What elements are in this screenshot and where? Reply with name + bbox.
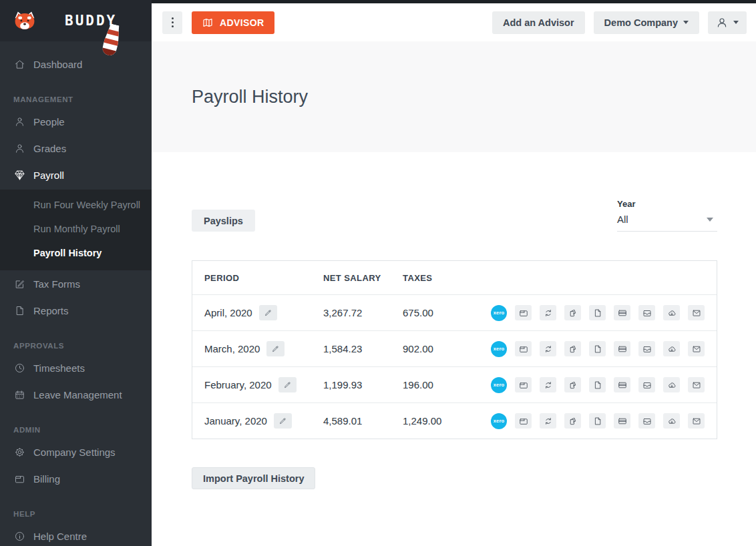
sync-button[interactable]: [540, 305, 556, 320]
xero-badge[interactable]: xero: [491, 341, 507, 357]
year-filter-label: Year: [617, 199, 717, 209]
cloud-download-icon: [667, 308, 677, 318]
advisor-button[interactable]: ADVISOR: [192, 11, 274, 34]
sidebar-item-people[interactable]: People: [0, 108, 152, 135]
sync-button[interactable]: [540, 341, 556, 356]
xero-badge[interactable]: xero: [491, 305, 507, 321]
period-cell: March, 2020: [192, 341, 323, 356]
sidebar-item-dashboard[interactable]: Dashboard: [0, 51, 152, 77]
kebab-menu-button[interactable]: [162, 11, 182, 34]
kebab-dot: [172, 21, 174, 23]
app-window: BUDDY Dashboard MANAGEMENT: [0, 0, 756, 546]
copy-button[interactable]: [564, 413, 581, 429]
xero-badge[interactable]: xero: [491, 413, 507, 429]
user-menu-button[interactable]: [708, 11, 747, 34]
mail-icon: [692, 308, 701, 318]
sync-button[interactable]: [540, 377, 556, 392]
document-icon: [13, 304, 25, 316]
cloud-download-button[interactable]: [663, 377, 680, 392]
table-row: March, 2020 1,584.23 902.00 xero: [192, 330, 717, 366]
sidebar-item-leave-management[interactable]: Leave Management: [0, 381, 152, 408]
sidebar-item-payroll[interactable]: Payroll: [0, 162, 152, 188]
red-panda-logo-icon: [13, 10, 36, 31]
sidebar-item-run-monthly-payroll[interactable]: Run Monthly Payroll: [0, 217, 152, 241]
mail-icon: [692, 380, 701, 390]
credit-card-button[interactable]: [614, 341, 630, 356]
credit-card-button[interactable]: [614, 305, 630, 320]
taxes-cell: 196.00: [403, 379, 476, 390]
import-payroll-history-button[interactable]: Import Payroll History: [192, 467, 315, 489]
wallet-button[interactable]: [515, 377, 532, 392]
file-button[interactable]: [589, 341, 606, 356]
sidebar-item-label: Grades: [33, 143, 66, 154]
copy-button[interactable]: [564, 305, 581, 320]
year-filter: Year All: [617, 199, 717, 232]
credit-card-icon: [618, 380, 627, 390]
wallet-button[interactable]: [515, 413, 532, 429]
sidebar-item-reports[interactable]: Reports: [0, 297, 152, 324]
copy-button[interactable]: [564, 377, 581, 392]
xero-badge[interactable]: xero: [491, 377, 507, 393]
payroll-submenu: Run Four Weekly Payroll Run Monthly Payr…: [0, 190, 152, 270]
pencil-icon: [264, 308, 272, 317]
cloud-download-button[interactable]: [663, 305, 680, 320]
copy-button[interactable]: [564, 341, 581, 356]
cloud-download-button[interactable]: [663, 341, 680, 356]
company-switcher-button[interactable]: Demo Company: [594, 11, 699, 34]
edit-period-button[interactable]: [274, 413, 292, 429]
credit-card-icon: [618, 308, 627, 318]
home-icon: [13, 58, 25, 70]
edit-period-button[interactable]: [266, 341, 285, 356]
period-cell: April, 2020: [192, 305, 323, 320]
year-select[interactable]: All: [617, 214, 717, 232]
edit-period-button[interactable]: [259, 305, 277, 320]
sidebar-logo: BUDDY: [0, 0, 152, 41]
column-header-net-salary: NET SALARY: [323, 273, 403, 283]
sidebar-item-label: Tax Forms: [33, 278, 80, 290]
file-button[interactable]: [589, 305, 606, 320]
sidebar-item-company-settings[interactable]: Company Settings: [0, 439, 152, 465]
pencil-icon: [278, 417, 287, 425]
sidebar-item-grades[interactable]: Grades: [0, 135, 152, 162]
taxes-cell: 675.00: [403, 307, 476, 318]
add-advisor-button[interactable]: Add an Advisor: [492, 11, 585, 34]
mail-button[interactable]: [688, 413, 705, 429]
mail-button[interactable]: [688, 305, 705, 320]
info-circle-icon: [13, 530, 25, 542]
credit-card-button[interactable]: [614, 377, 630, 392]
inbox-button[interactable]: [638, 341, 655, 356]
wallet-button[interactable]: [515, 341, 532, 356]
column-header-period: PERIOD: [192, 273, 323, 283]
sidebar-item-label: Timesheets: [33, 362, 85, 374]
sidebar-item-payroll-history[interactable]: Payroll History: [0, 241, 152, 265]
inbox-button[interactable]: [638, 413, 655, 429]
edit-period-button[interactable]: [278, 377, 297, 392]
file-button[interactable]: [589, 413, 606, 429]
sync-button[interactable]: [540, 413, 556, 429]
credit-card-button[interactable]: [614, 413, 630, 429]
advisor-button-label: ADVISOR: [220, 17, 264, 28]
cloud-download-button[interactable]: [663, 413, 680, 429]
inbox-icon: [642, 308, 652, 318]
credit-card-icon: [618, 344, 627, 354]
sync-icon: [544, 344, 553, 354]
sidebar-item-label: Billing: [33, 473, 60, 485]
inbox-icon: [642, 380, 652, 390]
mail-button[interactable]: [688, 341, 705, 356]
sidebar-item-run-four-weekly-payroll[interactable]: Run Four Weekly Payroll: [0, 193, 152, 217]
sidebar-item-billing[interactable]: Billing: [0, 465, 152, 492]
copy-icon: [568, 344, 578, 354]
mail-button[interactable]: [688, 377, 705, 392]
inbox-button[interactable]: [638, 377, 655, 392]
gear-icon: [13, 446, 25, 458]
file-icon: [593, 344, 602, 354]
file-button[interactable]: [589, 377, 606, 392]
wallet-button[interactable]: [515, 305, 532, 320]
sidebar-item-help-centre[interactable]: Help Centre: [0, 523, 152, 546]
sidebar-item-timesheets[interactable]: Timesheets: [0, 354, 152, 381]
payslips-button[interactable]: Payslips: [192, 210, 255, 232]
main-area: ADVISOR Add an Advisor Demo Company Payr…: [152, 0, 756, 546]
inbox-button[interactable]: [638, 305, 655, 320]
table-body: April, 2020 3,267.72 675.00 xero: [192, 294, 717, 439]
sidebar-item-tax-forms[interactable]: Tax Forms: [0, 270, 152, 297]
